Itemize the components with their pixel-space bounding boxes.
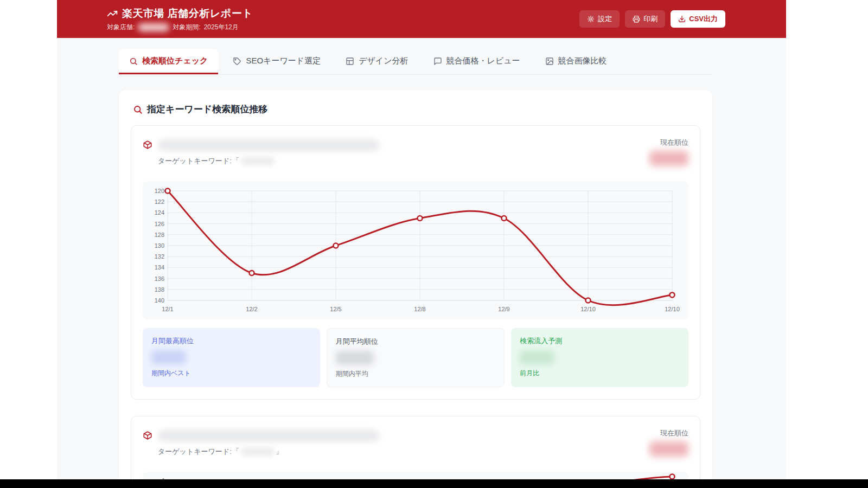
settings-button-label: 設定 [598,14,612,24]
svg-text:12/10: 12/10 [580,306,596,312]
svg-text:126: 126 [155,221,164,227]
stat-best-rank-subtitle: 期間内ベスト [151,369,311,378]
screenshot-letterbox [0,479,868,488]
redacted-keyword [241,157,275,165]
tab-rank-check-label: 検索順位チェック [142,56,208,66]
svg-text:132: 132 [155,253,164,260]
redacted-average-rank-value [336,351,374,365]
stat-cards-row: 月間最高順位 期間内ベスト 月間平均順位 期間内平均 検索流入予測 前月比 [143,328,688,387]
svg-text:138: 138 [155,286,164,293]
redacted-keyword [241,447,275,456]
period-value: 2025年12月 [204,23,239,32]
tag-icon [233,57,241,66]
print-button-label: 印刷 [643,14,658,24]
keyword-bracket-open: 「 [233,447,240,457]
keyword-bracket-close: 」 [276,447,283,457]
search-icon [129,57,138,66]
header-buttons: 設定 印刷 CSV出力 [579,10,725,28]
current-rank-label: 現在順位 [660,428,688,438]
trending-up-icon [107,8,118,19]
stat-average-rank-subtitle: 期間内平均 [336,369,496,378]
rank-trend-card: 指定キーワード検索順位推移 ターゲットキーワード: 「 [119,90,712,479]
keyword-bracket-open: 「 [233,156,240,166]
image-icon [545,57,554,66]
tab-bar: 検索順位チェック SEOキーワード選定 デザイン分析 競合価格・レビュー 競合画… [119,49,712,75]
csv-button-label: CSV出力 [689,14,718,24]
section-title-row: 指定キーワード検索順位推移 [131,103,700,115]
settings-button[interactable]: 設定 [579,10,620,28]
layout-grid-icon [346,57,354,66]
svg-text:12/1: 12/1 [162,306,173,312]
redacted-product-name [158,430,379,441]
svg-text:124: 124 [155,209,164,216]
header-subtitle: 対象店舗: 対象期間: 2025年12月 [107,23,253,32]
redacted-current-rank [649,441,688,457]
svg-text:120: 120 [155,188,164,194]
rank-chart-container-2: 4 [143,472,688,479]
csv-export-button[interactable]: CSV出力 [671,10,725,28]
tab-seo-keywords-label: SEOキーワード選定 [246,56,321,66]
target-keyword-row: ターゲットキーワード: 「 [158,156,379,166]
product-rank-panel-1: ターゲットキーワード: 「 現在順位 120122124126128130132… [131,125,700,400]
section-title: 指定キーワード検索順位推移 [147,103,267,115]
tab-competitor-price-review[interactable]: 競合価格・レビュー [423,49,531,74]
keyword-label: ターゲットキーワード: [158,156,232,166]
redacted-traffic-forecast-value [520,350,554,364]
tab-rank-check[interactable]: 検索順位チェック [119,49,218,74]
svg-text:12/9: 12/9 [498,306,509,312]
store-label: 対象店舗: [107,23,135,32]
rank-line-chart: 12012212412612813013213413613814012/112/… [143,182,688,319]
svg-text:134: 134 [155,264,164,271]
redacted-current-rank [649,151,688,166]
svg-text:122: 122 [155,198,164,205]
svg-text:12/5: 12/5 [330,306,341,312]
rank-line-chart-2: 4 [143,472,688,479]
stat-card-traffic-forecast: 検索流入予測 前月比 [511,328,688,387]
svg-text:140: 140 [155,297,164,304]
redacted-store-name [138,23,169,31]
stat-average-rank-title: 月間平均順位 [336,337,496,346]
svg-text:12/10: 12/10 [665,306,680,312]
download-icon [678,15,686,23]
header-title-block: 楽天市場 店舗分析レポート 対象店舗: 対象期間: 2025年12月 [107,7,253,32]
tab-seo-keywords[interactable]: SEOキーワード選定 [222,49,331,74]
svg-text:128: 128 [155,232,164,238]
rank-chart-container: 12012212412612813013213413613814012/112/… [143,182,688,319]
app-header: 楽天市場 店舗分析レポート 対象店舗: 対象期間: 2025年12月 設定 印刷 [57,0,786,38]
printer-icon [633,15,640,23]
stat-card-average-rank: 月間平均順位 期間内平均 [327,328,505,387]
app-title: 楽天市場 店舗分析レポート [122,7,253,21]
svg-text:130: 130 [155,242,164,249]
search-icon [133,105,143,114]
period-label: 対象期間: [173,23,200,32]
tab-competitor-image-compare-label: 競合画像比較 [558,56,607,66]
keyword-label: ターゲットキーワード: [158,447,232,457]
tab-competitor-image-compare[interactable]: 競合画像比較 [535,49,617,74]
current-rank-label: 現在順位 [660,138,688,147]
screenshot-stage: 楽天市場 店舗分析レポート 対象店舗: 対象期間: 2025年12月 設定 印刷 [0,0,868,488]
package-icon [143,431,152,440]
tab-design-analysis-label: デザイン分析 [359,56,408,66]
report-app-window: 楽天市場 店舗分析レポート 対象店舗: 対象期間: 2025年12月 設定 印刷 [57,0,786,479]
svg-text:12/2: 12/2 [246,306,257,312]
svg-text:136: 136 [155,275,164,282]
product-rank-panel-2: ターゲットキーワード: 「 」 現在順位 4 [131,416,700,479]
target-keyword-row: ターゲットキーワード: 「 」 [158,446,379,457]
chat-icon [433,57,442,66]
package-icon [143,140,152,150]
stat-traffic-forecast-title: 検索流入予測 [520,336,680,346]
svg-text:12/8: 12/8 [414,306,425,312]
redacted-product-name [158,139,379,151]
print-button[interactable]: 印刷 [625,10,665,28]
tab-competitor-price-review-label: 競合価格・レビュー [446,56,520,66]
stat-card-best-rank: 月間最高順位 期間内ベスト [143,328,320,387]
gear-icon [587,15,595,23]
tab-design-analysis[interactable]: デザイン分析 [335,49,418,74]
stat-best-rank-title: 月間最高順位 [151,336,311,346]
stat-traffic-forecast-subtitle: 前月比 [520,369,680,378]
redacted-best-rank-value [151,350,186,364]
